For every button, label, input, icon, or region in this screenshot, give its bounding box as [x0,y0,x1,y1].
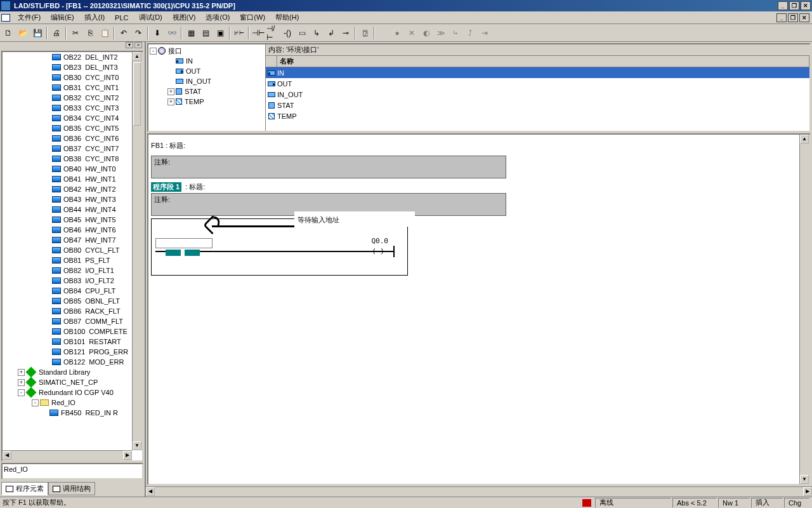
tree-block-ob101[interactable]: OB101 RESTART [3,337,142,347]
menu-insert[interactable]: 插入(I) [79,11,110,23]
ladder-coil[interactable]: ( ) [372,247,384,255]
tree-block-ob122[interactable]: OB122 MOD_ERR [3,357,142,367]
undo-button[interactable]: ↶ [117,26,131,40]
expander-icon[interactable]: + [18,379,25,386]
expander-icon[interactable]: + [18,369,25,376]
sim-start-button[interactable]: ● [390,26,404,40]
tree-block-ob34[interactable]: OB34 CYC_INT4 [3,113,142,123]
sim-step-button[interactable]: ≫ [434,26,448,40]
editor-scrollbar-h[interactable]: ◀ ▶ [146,486,812,497]
tree-block-ob35[interactable]: OB35 CYC_INT5 [3,123,142,133]
monitor-button[interactable]: 👓 [165,26,179,40]
tree-block-ob81[interactable]: OB81 PS_FLT [3,255,142,265]
nc-contact-button[interactable]: ⊣/⊢ [266,26,280,40]
menu-file[interactable]: 文件(F) [13,11,46,23]
block-comment[interactable]: 注释: [151,156,506,178]
menu-view[interactable]: 视图(V) [167,11,201,23]
table-row[interactable]: OUT [266,78,809,89]
tree-block-ob43[interactable]: OB43 HW_INT3 [3,194,142,204]
sim-pause-button[interactable]: ✕ [405,26,419,40]
menu-help[interactable]: 帮助(H) [270,11,304,23]
no-contact-button[interactable]: ⊣⊢ [251,26,265,40]
tree-block-ob85[interactable]: OB85 OBNL_FLT [3,296,142,306]
mdi-minimize-button[interactable]: _ [776,13,787,22]
interface-item-in_out[interactable]: IN_OUT [150,76,264,86]
tree-block-ob36[interactable]: OB36 CYC_INT6 [3,133,142,144]
branch-open-button[interactable]: ↳ [310,26,324,40]
tree-block-ob82[interactable]: OB82 I/O_FLT1 [3,265,142,276]
tree-block-ob33[interactable]: OB33 CYC_INT3 [3,103,142,113]
tree-block-ob84[interactable]: OB84 CPU_FLT [3,286,142,296]
tree-block-ob32[interactable]: OB32 CYC_INT2 [3,93,142,103]
panel-close-button[interactable]: × [134,42,142,48]
expander-icon[interactable]: - [18,389,25,396]
tab-program-elements[interactable]: 程序元素 [1,482,48,495]
tree-lib[interactable]: +SIMATIC_NET_CP [3,377,142,387]
expander-icon[interactable]: - [150,48,157,55]
menu-options[interactable]: 选项(O) [200,11,235,23]
editor-scrollbar-v[interactable]: ▲ ▼ [799,135,809,484]
reference-button[interactable]: ▣ [213,26,227,40]
tree-block-ob80[interactable]: OB80 CYCL_FLT [3,245,142,255]
menu-edit[interactable]: 编辑(E) [46,11,79,23]
sim-end-button[interactable]: ⇥ [478,26,492,40]
table-row[interactable]: IN [266,67,809,78]
mdi-restore-button[interactable]: ❐ [788,13,798,22]
tree-block-ob87[interactable]: OB87 COMM_FLT [3,316,142,326]
tree-block-ob45[interactable]: OB45 HW_INT5 [3,215,142,225]
expander-icon[interactable]: - [32,399,39,406]
tree-block-ob30[interactable]: OB30 CYC_INT0 [3,72,142,83]
scroll-right-button[interactable]: ▶ [123,451,132,460]
tree-block-fb450[interactable]: FB450 RED_IN R [3,408,142,418]
ladder-contact[interactable] [166,250,200,256]
interface-root[interactable]: - 接口 [150,46,264,56]
sim-into-button[interactable]: ⤷ [449,26,462,40]
tree-block-ob22[interactable]: OB22 DEL_INT2 [3,52,142,62]
network-number[interactable]: 程序段 1 [151,182,181,192]
redo-button[interactable]: ↷ [131,26,145,40]
tree-block-ob37[interactable]: OB37 CYC_INT7 [3,144,142,154]
maximize-button[interactable]: ❐ [789,1,799,10]
sim-out-button[interactable]: ⤴ [463,26,477,40]
ladder-editor[interactable]: FB1 : 标题: 注释: 程序段 1 : 标题: 注释: 等待输入地址 Q0.… [147,133,811,485]
scroll-left-button[interactable]: ◀ [146,487,155,496]
table-row[interactable]: TEMP [266,110,809,121]
print-button[interactable]: 🖨 [49,26,63,40]
connection-button[interactable]: ⊸ [339,26,353,40]
panel-pin-button[interactable]: ▾ [126,42,133,48]
scroll-left-button[interactable]: ◀ [3,451,11,460]
table-row[interactable]: IN_OUT [266,89,809,100]
open-button[interactable]: 📂 [16,26,30,40]
interface-item-stat[interactable]: +STAT [150,86,264,97]
scroll-down-button[interactable]: ▼ [800,475,809,484]
paste-button[interactable]: 📋 [98,26,112,40]
scroll-up-button[interactable]: ▲ [133,52,141,61]
sim-stop-button[interactable]: ◐ [419,26,433,40]
tree-block-ob38[interactable]: OB38 CYC_INT8 [3,154,142,164]
expander-icon[interactable]: + [167,88,174,95]
menu-window[interactable]: 窗口(W) [235,11,270,23]
tree-block-ob41[interactable]: OB41 HW_INT1 [3,174,142,184]
scroll-up-button[interactable]: ▲ [800,135,809,144]
address-input[interactable] [155,238,213,248]
program-tree[interactable]: OB22 DEL_INT2OB23 DEL_INT3OB30 CYC_INT0O… [1,51,143,462]
tree-lib[interactable]: +Standard Library [3,367,142,377]
new-button[interactable]: 🗋 [1,26,15,40]
interface-item-temp[interactable]: +TEMP [150,97,264,107]
tree-lib[interactable]: -Redundant IO CGP V40 [3,387,142,398]
menu-debug[interactable]: 调试(D) [134,11,167,23]
tree-folder-redio[interactable]: - Red_IO [3,398,142,408]
interface-tree[interactable]: - 接口 INOUTIN_OUT+STAT+TEMP [148,44,266,131]
cut-button[interactable]: ✂ [69,26,82,40]
tree-block-ob40[interactable]: OB40 HW_INT0 [3,164,142,174]
detail-button[interactable]: ▤ [199,26,213,40]
tree-scrollbar-h[interactable]: ◀ ▶ [3,450,132,460]
ladder-network[interactable]: 等待输入地址 Q0.0 ( ) [151,218,408,276]
help-pointer-button[interactable]: ⍰ [358,26,372,40]
tree-block-ob121[interactable]: OB121 PROG_ERR [3,347,142,357]
mdi-close-button[interactable]: ✕ [799,13,809,22]
interface-item-in[interactable]: IN [150,56,264,66]
menu-plc[interactable]: PLC [110,13,133,23]
tree-block-ob86[interactable]: OB86 RACK_FLT [3,306,142,316]
coil-button[interactable]: -() [280,26,294,40]
